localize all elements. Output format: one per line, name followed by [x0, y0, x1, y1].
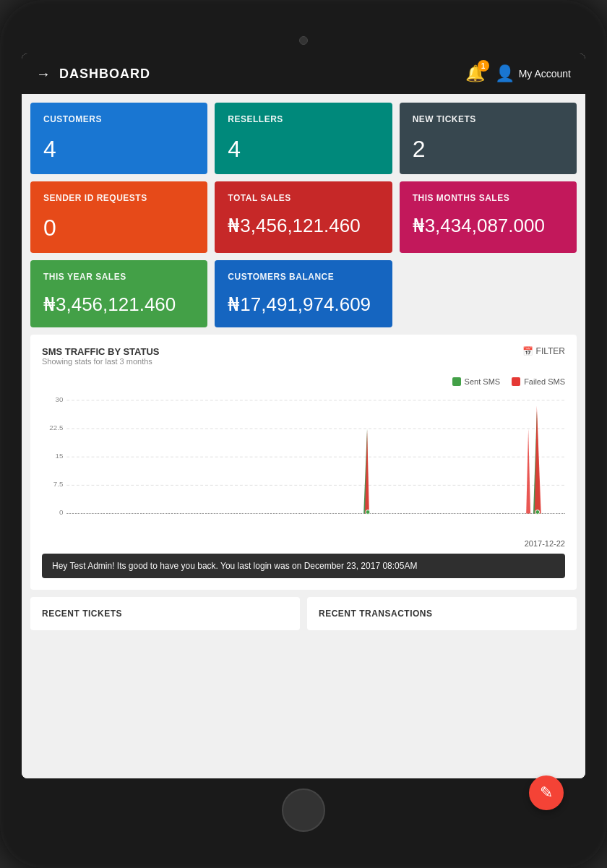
main-content: CUSTOMERS 4 RESELLERS 4 NEW TICKETS 2 SE…: [22, 94, 585, 778]
bottom-grid: RECENT TICKETS RECENT TRANSACTIONS: [30, 597, 577, 630]
chart-tooltip: Hey Test Admin! Its good to have you bac…: [42, 554, 565, 578]
tablet-screen: → DASHBOARD 🔔 1 👤 My Account CUSTOMERS: [22, 53, 585, 778]
stats-row-1: CUSTOMERS 4 RESELLERS 4 NEW TICKETS 2: [30, 103, 577, 174]
notification-button[interactable]: 🔔 1: [465, 64, 485, 83]
tablet-camera: [299, 36, 308, 45]
filter-button[interactable]: 📅 FILTER: [522, 346, 565, 356]
legend-dot-green: [452, 377, 461, 386]
filter-icon: 📅: [522, 346, 533, 356]
stat-card-resellers[interactable]: RESELLERS 4: [215, 103, 392, 174]
legend-failed-sms: Failed SMS: [512, 377, 565, 386]
fab-button[interactable]: ✎: [529, 775, 564, 810]
tablet-home-button[interactable]: [282, 788, 325, 832]
app-header: → DASHBOARD 🔔 1 👤 My Account: [22, 53, 585, 94]
stat-label-customer-balance: CUSTOMERS BALANCE: [228, 272, 379, 282]
page-title: DASHBOARD: [59, 66, 150, 82]
stat-card-year-sales[interactable]: THIS YEAR SALES ₦3,456,121.460: [30, 260, 207, 327]
tablet-device: → DASHBOARD 🔔 1 👤 My Account CUSTOMERS: [0, 0, 607, 868]
chart-subtitle: Showing stats for last 3 months: [42, 357, 160, 366]
stat-label-year-sales: THIS YEAR SALES: [43, 272, 194, 282]
menu-icon[interactable]: →: [36, 66, 51, 82]
svg-text:30: 30: [55, 395, 63, 403]
svg-point-17: [535, 510, 540, 515]
chart-legend: Sent SMS Failed SMS: [42, 377, 565, 386]
recent-tickets-title: RECENT TICKETS: [42, 609, 288, 619]
legend-sent-sms: Sent SMS: [452, 377, 501, 386]
header-left: → DASHBOARD: [36, 66, 150, 82]
svg-text:22.5: 22.5: [49, 424, 64, 431]
fab-icon: ✎: [540, 783, 553, 802]
stat-value-month-sales: ₦3,434,087.000: [413, 215, 564, 237]
stat-card-customer-balance[interactable]: CUSTOMERS BALANCE ₦17,491,974.609: [215, 260, 392, 327]
svg-marker-16: [526, 429, 530, 513]
stat-label-month-sales: THIS MONTHS SALES: [413, 193, 564, 203]
stat-label-sender-id: SENDER ID REQUESTS: [43, 193, 194, 203]
chart-date-label: 2017-12-22: [42, 539, 565, 548]
account-button[interactable]: 👤 My Account: [495, 64, 571, 83]
stat-card-month-sales[interactable]: THIS MONTHS SALES ₦3,434,087.000: [400, 181, 577, 253]
stat-card-customers[interactable]: CUSTOMERS 4: [30, 103, 207, 174]
stat-value-total-sales: ₦3,456,121.460: [228, 215, 379, 237]
stat-value-customers: 4: [43, 136, 194, 163]
stat-label-customers: CUSTOMERS: [43, 114, 194, 124]
svg-text:7.5: 7.5: [53, 480, 64, 488]
stat-value-sender-id: 0: [43, 215, 194, 241]
notification-badge: 1: [478, 60, 489, 72]
stat-label-new-tickets: NEW TICKETS: [413, 114, 564, 124]
filter-label: FILTER: [536, 346, 565, 356]
stat-value-new-tickets: 2: [413, 136, 564, 163]
header-right: 🔔 1 👤 My Account: [465, 64, 571, 83]
stats-row-2: SENDER ID REQUESTS 0 TOTAL SALES ₦3,456,…: [30, 181, 577, 253]
stat-label-total-sales: TOTAL SALES: [228, 193, 379, 203]
stat-value-resellers: 4: [228, 136, 379, 163]
chart-title-block: SMS TRAFFIC BY STATUS Showing stats for …: [42, 346, 160, 374]
legend-failed-label: Failed SMS: [524, 377, 565, 386]
stat-value-customer-balance: ₦17,491,974.609: [228, 293, 379, 316]
chart-header: SMS TRAFFIC BY STATUS Showing stats for …: [42, 346, 565, 374]
recent-tickets-card: RECENT TICKETS: [30, 597, 300, 630]
svg-point-13: [366, 510, 370, 515]
chart-section: SMS TRAFFIC BY STATUS Showing stats for …: [30, 335, 577, 590]
account-label: My Account: [519, 68, 571, 80]
stat-label-resellers: RESELLERS: [228, 114, 379, 124]
recent-transactions-card: RECENT TRANSACTIONS: [307, 597, 577, 630]
stat-card-sender-id[interactable]: SENDER ID REQUESTS 0: [30, 181, 207, 253]
account-icon: 👤: [495, 64, 515, 83]
svg-text:0: 0: [59, 508, 64, 516]
stat-card-new-tickets[interactable]: NEW TICKETS 2: [400, 103, 577, 174]
stat-card-total-sales[interactable]: TOTAL SALES ₦3,456,121.460: [215, 181, 392, 253]
chart-area: 30 22.5 15 7.5 0: [42, 392, 565, 536]
legend-dot-red: [512, 377, 520, 386]
chart-title: SMS TRAFFIC BY STATUS: [42, 346, 160, 357]
stat-value-year-sales: ₦3,456,121.460: [43, 293, 194, 316]
svg-text:15: 15: [55, 452, 63, 460]
stats-row-3: THIS YEAR SALES ₦3,456,121.460 CUSTOMERS…: [30, 260, 577, 327]
legend-sent-label: Sent SMS: [465, 377, 501, 386]
recent-transactions-title: RECENT TRANSACTIONS: [319, 609, 565, 619]
chart-svg: 30 22.5 15 7.5 0: [42, 392, 565, 536]
